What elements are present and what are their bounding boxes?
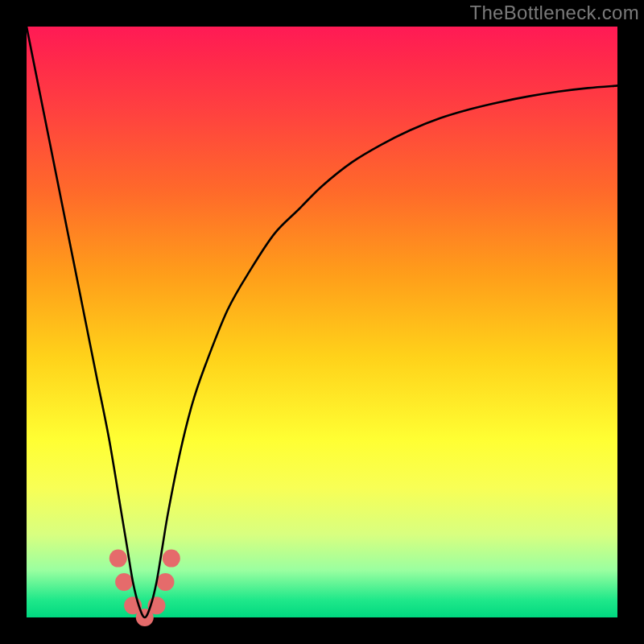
highlight-marker — [115, 573, 133, 591]
plot-area — [27, 27, 617, 617]
highlight-marker — [109, 550, 127, 568]
highlight-markers-group — [109, 550, 180, 626]
bottleneck-curve — [27, 27, 617, 617]
chart-stage: TheBottleneck.com — [0, 0, 644, 644]
chart-svg — [27, 27, 617, 617]
watermark-text: TheBottleneck.com — [469, 2, 639, 24]
highlight-marker — [156, 573, 174, 591]
highlight-marker — [163, 550, 180, 568]
